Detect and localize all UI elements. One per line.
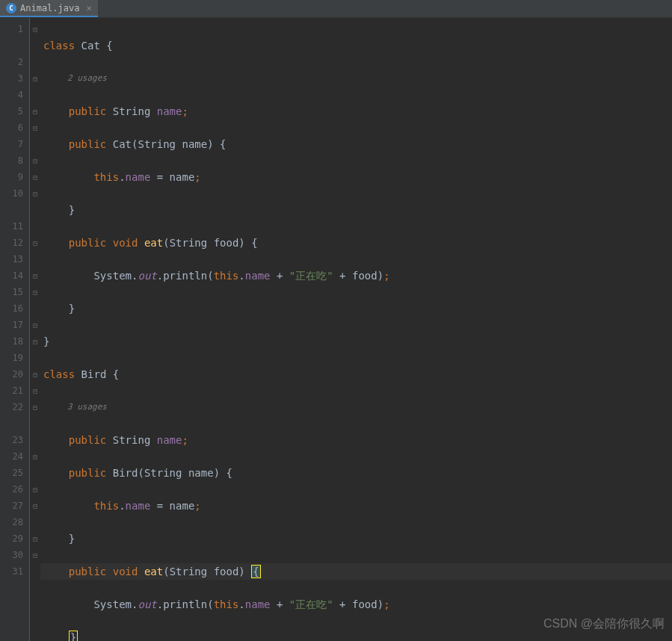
fold-icon[interactable]: ⊟	[30, 317, 40, 333]
line-number: 28	[0, 514, 23, 530]
matched-brace: }	[69, 631, 78, 641]
fold-icon[interactable]: ⊟	[30, 169, 40, 185]
line-number: 19	[0, 350, 23, 366]
line-number: 29	[0, 530, 23, 547]
fold-icon[interactable]: ⊟	[30, 120, 40, 136]
fold-gutter: ⊟ ⊟ ⊟ ⊟ ⊟ ⊟ ⊟ ⊟ ⊟ ⊟ ⊟ ⊟ ⊟ ⊟ ⊟ ⊟ ⊟ ⊟ ⊟ ⊟	[30, 18, 40, 641]
fold-icon[interactable]: ⊟	[30, 399, 40, 415]
fold-icon[interactable]: ⊟	[30, 530, 40, 547]
line-number: 26	[0, 481, 23, 498]
line-number-gutter: 1 2 3 4 5 6 7 8 9 10 11 12 13 14 15 16 1…	[0, 18, 30, 641]
class-name: Cat	[81, 40, 100, 52]
line-number: 21	[0, 383, 23, 399]
editor-area[interactable]: 1 2 3 4 5 6 7 8 9 10 11 12 13 14 15 16 1…	[0, 18, 672, 641]
fold-icon[interactable]: ⊟	[30, 448, 40, 465]
watermark-text: CSDN @会陪你很久啊	[543, 616, 665, 632]
brace: {	[106, 40, 112, 52]
line-number: 14	[0, 267, 23, 284]
fold-icon[interactable]: ⊟	[30, 284, 40, 300]
line-number: 7	[0, 136, 23, 152]
fold-icon[interactable]: ⊟	[30, 366, 40, 383]
fold-icon[interactable]: ⊟	[30, 21, 40, 37]
line-number: 10	[0, 185, 23, 202]
fold-icon[interactable]: ⊟	[30, 498, 40, 514]
tab-bar: C Animal.java ×	[0, 0, 672, 18]
line-number: 17	[0, 317, 23, 333]
line-number: 1	[0, 21, 23, 37]
fold-icon[interactable]: ⊟	[30, 267, 40, 284]
fold-icon[interactable]: ⊟	[30, 235, 40, 251]
line-number: 25	[0, 465, 23, 481]
line-number: 11	[0, 218, 23, 235]
close-icon[interactable]: ×	[86, 3, 91, 13]
line-number: 4	[0, 87, 23, 103]
line-number: 22	[0, 399, 23, 415]
class-file-icon: C	[6, 3, 16, 13]
line-number: 13	[0, 251, 23, 267]
usages-hint[interactable]: 2 usages	[40, 70, 672, 87]
editor-tab[interactable]: C Animal.java ×	[0, 0, 98, 17]
line-number: 12	[0, 235, 23, 251]
semi: ;	[182, 105, 188, 117]
keyword: public	[69, 138, 107, 150]
line-number: 6	[0, 120, 23, 136]
line-number: 5	[0, 103, 23, 120]
tab-filename: Animal.java	[20, 3, 79, 13]
line-number: 24	[0, 448, 23, 465]
line-number: 15	[0, 284, 23, 300]
line-number: 23	[0, 432, 23, 448]
method: eat	[144, 237, 163, 249]
line-number: 3	[0, 70, 23, 87]
keyword: public	[69, 105, 107, 117]
line-number: 8	[0, 152, 23, 169]
fold-icon[interactable]: ⊟	[30, 481, 40, 498]
matched-brace: {	[251, 565, 260, 578]
fold-icon[interactable]: ⊟	[30, 185, 40, 202]
field: name	[157, 105, 182, 117]
line-number: 9	[0, 169, 23, 185]
line-number: 16	[0, 300, 23, 317]
fold-icon[interactable]: ⊟	[30, 547, 40, 563]
line-number: 18	[0, 333, 23, 350]
fold-icon[interactable]: ⊟	[30, 333, 40, 350]
fold-icon[interactable]: ⊟	[30, 70, 40, 87]
line-number: 31	[0, 563, 23, 580]
fold-icon[interactable]: ⊟	[30, 152, 40, 169]
line-number: 27	[0, 498, 23, 514]
line-number: 2	[0, 54, 23, 70]
line-number: 20	[0, 366, 23, 383]
fold-icon[interactable]: ⊟	[30, 383, 40, 399]
code-content[interactable]: class Cat { 2 usages public String name;…	[40, 18, 672, 641]
line-number: 30	[0, 547, 23, 563]
current-line: public void eat(String food) {	[40, 563, 672, 580]
ctor: Cat	[113, 138, 132, 150]
usages-hint[interactable]: 3 usages	[40, 399, 672, 415]
fold-icon[interactable]: ⊟	[30, 103, 40, 120]
type: String	[113, 105, 151, 117]
keyword: class	[43, 40, 75, 52]
